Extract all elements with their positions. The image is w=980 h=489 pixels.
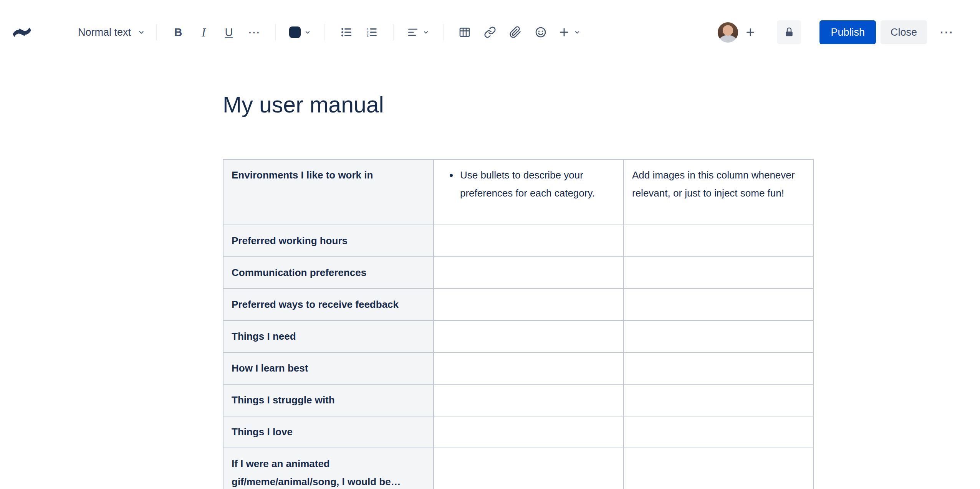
- table-icon: [458, 26, 471, 39]
- invite-collaborator-button[interactable]: [741, 23, 760, 41]
- table-cell[interactable]: [624, 448, 813, 489]
- user-manual-table: Environments I like to work in Use bulle…: [223, 159, 814, 489]
- table-row: If I were an animated gif/meme/animal/so…: [223, 448, 813, 489]
- chevron-down-icon: [422, 28, 430, 36]
- row-header-cell[interactable]: Things I love: [223, 416, 434, 448]
- table-cell[interactable]: [624, 257, 813, 289]
- table-cell[interactable]: [434, 320, 624, 352]
- list-group: 123: [336, 22, 382, 43]
- chevron-down-icon: [573, 28, 581, 36]
- plus-icon: [558, 26, 570, 38]
- numbered-list-button[interactable]: 123: [361, 22, 382, 43]
- insert-table-button[interactable]: [454, 22, 475, 43]
- page-title[interactable]: My user manual: [223, 90, 813, 119]
- align-group: [404, 22, 432, 43]
- row-header-cell[interactable]: Things I struggle with: [223, 384, 434, 416]
- bullet-list-icon: [340, 26, 353, 39]
- table-cell[interactable]: [624, 416, 813, 448]
- toolbar-divider: [275, 24, 276, 40]
- table-cell[interactable]: [434, 352, 624, 384]
- insert-more-button[interactable]: [556, 22, 583, 43]
- table-row: Environments I like to work in Use bulle…: [223, 159, 813, 225]
- emoji-button[interactable]: [530, 22, 551, 43]
- row-header-cell[interactable]: Communication preferences: [223, 257, 434, 289]
- bold-icon: B: [174, 27, 182, 38]
- table-row: Preferred ways to receive feedback: [223, 289, 813, 320]
- editor-content: My user manual Environments I like to wo…: [223, 90, 813, 489]
- table-row: Things I need: [223, 320, 813, 352]
- lock-icon: [783, 26, 795, 38]
- row-header-cell[interactable]: Preferred working hours: [223, 225, 434, 257]
- table-cell[interactable]: [624, 352, 813, 384]
- table-row: Things I love: [223, 416, 813, 448]
- toolbar-right-cluster: Publish Close ⋯: [718, 20, 953, 44]
- bullet-list-button[interactable]: [336, 22, 357, 43]
- row-header-cell[interactable]: How I learn best: [223, 352, 434, 384]
- publish-button[interactable]: Publish: [819, 20, 876, 44]
- more-actions-button[interactable]: ⋯: [939, 25, 953, 39]
- toolbar-divider: [393, 24, 394, 40]
- table-row: Preferred working hours: [223, 225, 813, 257]
- table-cell[interactable]: [624, 384, 813, 416]
- align-left-icon: [407, 26, 419, 38]
- alignment-button[interactable]: [404, 22, 432, 43]
- emoji-icon: [535, 26, 547, 38]
- text-color-button[interactable]: [287, 22, 314, 43]
- table-cell[interactable]: [624, 225, 813, 257]
- more-formatting-button[interactable]: ⋯: [244, 22, 265, 43]
- row-header-cell[interactable]: Environments I like to work in: [223, 159, 434, 225]
- table-cell[interactable]: [434, 257, 624, 289]
- chevron-down-icon: [137, 28, 146, 36]
- bullet-list: Use bullets to describe your preferences…: [442, 166, 615, 202]
- text-style-label: Normal text: [78, 26, 131, 38]
- insert-link-button[interactable]: [480, 22, 500, 43]
- text-style-dropdown[interactable]: Normal text: [78, 26, 146, 38]
- plus-icon: [745, 26, 756, 38]
- numbered-list-icon: 123: [365, 26, 378, 39]
- text-color-swatch-icon: [289, 26, 301, 38]
- italic-icon: I: [202, 26, 205, 38]
- table-cell[interactable]: Add images in this column whenever relev…: [624, 159, 813, 225]
- table-cell[interactable]: [434, 384, 624, 416]
- table-cell[interactable]: [434, 225, 624, 257]
- bold-button[interactable]: B: [168, 22, 189, 43]
- row-header-cell[interactable]: Things I need: [223, 320, 434, 352]
- more-formatting-icon: ⋯: [248, 25, 261, 40]
- user-avatar[interactable]: [718, 22, 738, 43]
- bullet-item[interactable]: Use bullets to describe your preferences…: [459, 166, 615, 202]
- underline-icon: U: [225, 27, 233, 38]
- editor-toolbar: Normal text B I U ⋯: [0, 0, 980, 64]
- paperclip-icon: [509, 26, 521, 38]
- table-row: Things I struggle with: [223, 384, 813, 416]
- format-group: B I U ⋯: [168, 22, 265, 43]
- toolbar-divider: [443, 24, 444, 40]
- table-cell[interactable]: [624, 289, 813, 320]
- table-row: Communication preferences: [223, 257, 813, 289]
- table-cell[interactable]: Use bullets to describe your preferences…: [434, 159, 624, 225]
- text-color-group: [287, 22, 314, 43]
- row-header-cell[interactable]: If I were an animated gif/meme/animal/so…: [223, 448, 434, 489]
- table-cell[interactable]: [624, 320, 813, 352]
- confluence-logo-icon[interactable]: [13, 23, 31, 41]
- table-cell[interactable]: [434, 416, 624, 448]
- italic-button[interactable]: I: [193, 22, 214, 43]
- toolbar-divider: [324, 24, 325, 40]
- editor-screen: Normal text B I U ⋯: [0, 0, 980, 489]
- underline-button[interactable]: U: [219, 22, 239, 43]
- insert-group: [454, 22, 583, 43]
- close-button[interactable]: Close: [881, 20, 927, 44]
- link-icon: [484, 26, 496, 38]
- row-header-cell[interactable]: Preferred ways to receive feedback: [223, 289, 434, 320]
- table-cell[interactable]: [434, 289, 624, 320]
- toolbar-divider: [156, 24, 157, 40]
- attach-file-button[interactable]: [505, 22, 526, 43]
- table-cell[interactable]: [434, 448, 624, 489]
- restrictions-button[interactable]: [777, 20, 801, 44]
- chevron-down-icon: [304, 28, 311, 36]
- svg-text:3: 3: [367, 34, 369, 38]
- table-row: How I learn best: [223, 352, 813, 384]
